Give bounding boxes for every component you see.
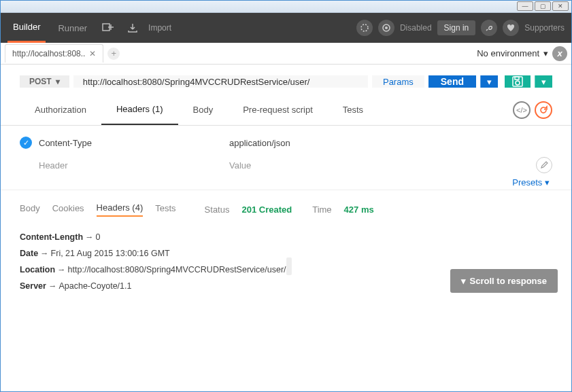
sync-icon[interactable] (378, 20, 394, 36)
params-link[interactable]: Params (372, 75, 424, 88)
request-tab[interactable]: http://localhost:808.. ✕ (5, 44, 103, 63)
chevron-down-icon: ▾ (545, 177, 550, 188)
response-header-key: Date (20, 249, 38, 258)
send-dropdown[interactable]: ▾ (480, 75, 498, 88)
presets-dropdown[interactable]: Presets ▾ (512, 177, 550, 188)
edit-icon[interactable] (536, 157, 552, 173)
response-panel: Body Cookies Headers (4) Tests Status 20… (1, 190, 571, 306)
time-value: 427 ms (344, 204, 374, 215)
chevron-down-icon: ▾ (461, 276, 466, 286)
nav-tab-builder[interactable]: Builder (7, 13, 46, 43)
response-header-value: 0 (96, 232, 101, 242)
response-tab-tests[interactable]: Tests (155, 203, 175, 216)
code-snippet-icon[interactable]: </> (513, 101, 531, 119)
save-button[interactable] (505, 75, 531, 88)
method-label: POST (29, 77, 52, 86)
method-selector[interactable]: POST ▾ (20, 75, 69, 88)
scroll-to-response-button[interactable]: ▾ Scroll to response (450, 269, 558, 293)
header-key-placeholder[interactable]: Header (39, 160, 229, 171)
request-sections: Authorization Headers (1) Body Pre-reque… (1, 94, 571, 126)
svg-point-5 (385, 26, 388, 29)
sync-status-label: Disabled (400, 23, 432, 33)
svg-point-3 (361, 24, 368, 31)
window-titlebar: — ▢ ✕ (1, 1, 571, 13)
status-value: 201 Created (241, 204, 292, 215)
heart-icon[interactable] (503, 20, 519, 36)
tab-headers[interactable]: Headers (1) (101, 94, 178, 125)
nav-tab-runner[interactable]: Runner (52, 14, 92, 42)
scroll-to-response-label: Scroll to response (470, 276, 547, 286)
response-header-value: Fri, 21 Aug 2015 13:00:16 GMT (51, 249, 170, 258)
tab-body[interactable]: Body (178, 95, 229, 124)
reset-icon[interactable] (535, 101, 552, 119)
header-row: ✓ Content-Type application/json (20, 132, 552, 153)
chevron-down-icon: ▾ (543, 48, 548, 58)
request-tabstrip: http://localhost:808.. ✕ + No environmen… (1, 43, 571, 65)
environment-label: No environment (477, 48, 539, 58)
window-maximize-button[interactable]: ▢ (535, 1, 551, 11)
send-button[interactable]: Send (428, 75, 476, 88)
request-url-bar: POST ▾ Params Send ▾ ▾ (1, 65, 571, 94)
header-value[interactable]: application/json (229, 138, 552, 148)
header-key[interactable]: Content-Type (39, 138, 229, 148)
interceptor-icon[interactable] (356, 20, 373, 36)
response-header-key: Content-Length (20, 232, 83, 242)
response-header-row: Content-Length→0 (20, 229, 552, 245)
status-label: Status (205, 204, 230, 215)
new-window-icon[interactable] (99, 19, 117, 37)
response-header-key: Location (20, 265, 55, 274)
new-tab-button[interactable]: + (107, 48, 120, 60)
supporters-label: Supporters (524, 23, 565, 33)
tab-authorization[interactable]: Authorization (20, 95, 101, 124)
window-close-button[interactable]: ✕ (552, 1, 569, 11)
response-tab-cookies[interactable]: Cookies (52, 203, 84, 216)
tab-tests[interactable]: Tests (328, 95, 378, 124)
response-tab-body[interactable]: Body (20, 203, 40, 216)
signin-button[interactable]: Sign in (437, 20, 476, 35)
url-input[interactable] (73, 75, 368, 88)
resize-handle[interactable] (286, 257, 292, 275)
svg-point-7 (516, 81, 520, 85)
window-minimize-button[interactable]: — (517, 1, 533, 11)
response-header-value: http://localhost:8080/Spring4MVCCRUDRest… (68, 265, 291, 274)
save-dropdown[interactable]: ▾ (535, 75, 552, 88)
environment-quicklook-icon[interactable]: x (552, 46, 567, 61)
close-tab-icon[interactable]: ✕ (89, 49, 96, 58)
svg-rect-8 (515, 77, 519, 79)
response-tab-headers[interactable]: Headers (4) (97, 202, 144, 217)
request-tab-label: http://localhost:808.. (12, 49, 85, 58)
settings-icon[interactable] (481, 20, 497, 36)
header-enabled-checkbox[interactable]: ✓ (20, 137, 32, 149)
headers-panel: ✓ Content-Type application/json Header V… (1, 126, 571, 184)
topbar: Builder Runner Import Disabled Sign in S… (1, 13, 571, 43)
time-label: Time (312, 204, 331, 215)
environment-selector[interactable]: No environment ▾ x (477, 46, 567, 61)
chevron-down-icon: ▾ (56, 77, 60, 86)
import-icon[interactable] (124, 19, 141, 37)
tab-prerequest[interactable]: Pre-request script (228, 95, 328, 124)
presets-label: Presets (512, 177, 542, 188)
header-row-new: Header Value (20, 153, 552, 177)
response-header-value: Apache-Coyote/1.1 (58, 281, 131, 291)
header-value-placeholder[interactable]: Value (229, 160, 536, 171)
response-header-key: Server (20, 281, 46, 291)
import-label[interactable]: Import (148, 23, 171, 33)
